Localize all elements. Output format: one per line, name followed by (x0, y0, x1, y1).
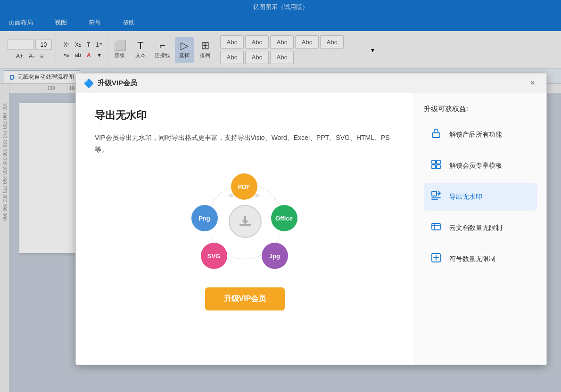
export-icon (429, 190, 443, 204)
bubble-jpg: Jpg (262, 243, 288, 269)
benefit-label-export: 导出无水印 (449, 193, 482, 201)
vip-dialog: 🔷 升级VIP会员 × 导出无水印 VIP会员导出无水印，同时导出格式更丰富，支… (75, 73, 547, 365)
benefit-label-unlock-all: 解锁产品所有功能 (449, 131, 502, 139)
svg-rect-15 (432, 191, 437, 196)
bubble-pdf: PDF (231, 173, 257, 200)
dialog-header: 🔷 升级VIP会员 × (76, 74, 546, 93)
dialog-header-icon: 🔷 (83, 78, 94, 89)
benefit-member-templates[interactable]: 解锁会员专享模板 (424, 152, 537, 180)
benefit-cloud-docs[interactable]: 云文档数量无限制 (424, 214, 537, 242)
template-icon (429, 159, 443, 173)
symbols-icon (429, 252, 443, 266)
center-export-icon (229, 205, 262, 238)
svg-marker-2 (242, 220, 248, 224)
export-title: 导出无水印 (95, 108, 395, 122)
svg-point-8 (255, 194, 259, 197)
benefit-export-watermark[interactable]: 导出无水印 (424, 183, 537, 211)
dialog-overlay: 🔷 升级VIP会员 × 导出无水印 VIP会员导出无水印，同时导出格式更丰富，支… (0, 0, 561, 392)
diagram-container: PDF Png Office SVG Jpg (184, 170, 306, 273)
svg-rect-11 (432, 160, 436, 164)
dialog-left-panel: 导出无水印 VIP会员导出无水印，同时导出格式更丰富，支持导出Visio、Wor… (76, 93, 414, 365)
cloud-icon (429, 221, 443, 235)
upgrade-vip-btn[interactable]: 升级VIP会员 (205, 287, 285, 310)
bubble-office: Office (271, 205, 297, 231)
benefit-symbols[interactable]: 符号数量无限制 (424, 245, 537, 273)
benefits-title: 升级可获权益: (424, 105, 537, 114)
format-diagram: PDF Png Office SVG Jpg (95, 170, 395, 273)
svg-point-9 (229, 194, 233, 197)
svg-rect-14 (437, 165, 440, 169)
svg-rect-0 (239, 224, 251, 226)
benefit-label-cloud: 云文档数量无限制 (449, 224, 502, 232)
svg-rect-10 (432, 133, 440, 138)
svg-rect-13 (432, 165, 436, 169)
bubble-svg: SVG (201, 243, 227, 269)
svg-rect-12 (437, 160, 440, 164)
bubble-png: Png (191, 205, 218, 231)
dialog-title: 升级VIP会员 (98, 79, 526, 88)
benefit-label-templates: 解锁会员专享模板 (449, 162, 502, 170)
benefit-label-symbols: 符号数量无限制 (449, 255, 495, 263)
dialog-body: 导出无水印 VIP会员导出无水印，同时导出格式更丰富，支持导出Visio、Wor… (76, 93, 546, 365)
export-desc: VIP会员导出无水印，同时导出格式更丰富，支持导出Visio、Word、Exce… (95, 132, 395, 155)
dialog-right-panel: 升级可获权益: 解锁产品所有功能 (414, 93, 546, 365)
benefit-unlock-all[interactable]: 解锁产品所有功能 (424, 121, 537, 148)
svg-rect-16 (432, 223, 440, 230)
lock-icon (429, 128, 443, 142)
dialog-close-btn[interactable]: × (526, 76, 539, 90)
